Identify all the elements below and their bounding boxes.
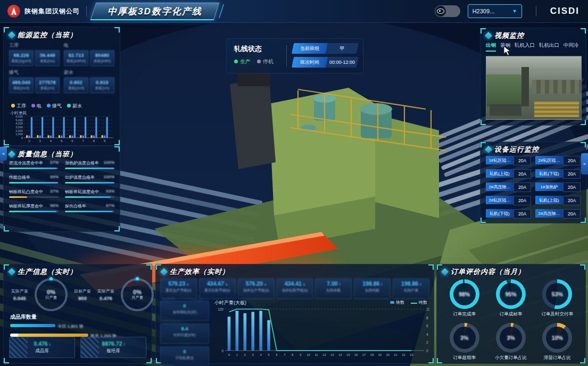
quality-value: 93% — [106, 189, 114, 195]
device-row[interactable]: 2#高压除…20A — [486, 182, 531, 192]
warehouse-boxes: 0.476 t成品库8876.72 t板坯库 — [9, 337, 146, 358]
warehouse-box[interactable]: 8876.72 t板坯库 — [80, 337, 146, 358]
efficiency-card: 576.20 s当班生产节奏(s) — [238, 278, 275, 299]
quality-item: 探伤合格率97% — [65, 203, 114, 212]
order-donut: 53% — [542, 279, 572, 309]
efficiency-card: 434.41 s当班轧制节奏(s) — [277, 278, 313, 299]
device-row[interactable]: 2#轧区辊…20A — [535, 156, 581, 165]
order-donut: 10% — [542, 323, 572, 353]
quality-label: 钢板终轧凸度命中 — [9, 189, 43, 195]
efficiency-card-label: 轧制吨数 — [354, 288, 390, 293]
energy-group: 新水0.602单耗(m³/t)0.915累耗(m³) — [64, 69, 114, 93]
quality-item: 钢板终轧温度命中93% — [65, 189, 114, 198]
top-header: 陕钢集团汉钢公司 中厚板3D数字化产线 H2309... ▼ CISDI — [0, 0, 588, 23]
energy-stat-value: 80480 — [92, 52, 113, 58]
status-info-value: 00:00-12:00 — [326, 57, 359, 68]
line-status-info: 当前班组甲班次时间00:00-12:00 — [293, 43, 358, 68]
video-tab-5[interactable]: 中间冷 — [564, 42, 579, 52]
status-legend-item: 停机 — [257, 58, 274, 65]
toggle-knob[interactable] — [435, 6, 446, 16]
svg-text:6: 6 — [276, 353, 278, 356]
energy-stat-value: 39.449 — [37, 52, 58, 58]
svg-text:22: 22 — [402, 353, 405, 356]
line-status-title: 轧线状态 — [234, 44, 262, 54]
svg-text:6: 6 — [426, 324, 428, 328]
video-tab-2[interactable]: 装钢 — [500, 42, 510, 52]
actual-label: 实际产量 — [94, 288, 118, 294]
orders-panel: 订单评价内容（当月） 98%订单完成率95%订单成材率53%订单及时交付率3%订… — [436, 264, 586, 364]
energy-chart-legend: 工序电煤气新水 — [11, 103, 82, 110]
svg-text:5: 5 — [61, 139, 63, 143]
video-tab-4[interactable]: 轧机出口 — [539, 42, 559, 52]
cctv-video-frame[interactable] — [486, 56, 582, 120]
device-row[interactable]: 轧机(下辊)20A — [486, 209, 531, 219]
energy-stat-label: 单耗(kWh/t) — [65, 59, 87, 64]
device-row[interactable]: 2#高压除…20A — [535, 209, 581, 219]
device-row[interactable]: 2#轧区辊…20A — [486, 196, 531, 205]
dropdown-value: H2309... — [473, 8, 495, 14]
production-panel-title: 生产信息（实时） — [9, 267, 77, 277]
status-info-value: 甲 — [326, 43, 359, 54]
gauge-percent: 0% — [133, 289, 142, 295]
svg-text:5,000: 5,000 — [15, 119, 23, 122]
quality-item: 出炉温度合格率100% — [65, 174, 114, 184]
quality-value: 96% — [50, 203, 59, 209]
efficiency-card-value: 434.41 s — [277, 280, 313, 287]
device-row[interactable]: 1#轧区辊…20A — [486, 156, 531, 165]
energy-group-name: 新水 — [64, 69, 114, 76]
left-collapse-handle[interactable]: « — [0, 147, 7, 161]
device-row[interactable]: 1#加热炉20A — [535, 182, 581, 192]
svg-text:6,000: 6,000 — [15, 115, 23, 118]
svg-text:9: 9 — [104, 139, 106, 143]
svg-text:1: 1 — [236, 353, 238, 356]
order-donut: 98% — [450, 279, 479, 309]
svg-text:2,000: 2,000 — [15, 129, 23, 132]
legend-item: 新水 — [67, 103, 82, 110]
quality-progress-fill — [9, 211, 56, 212]
energy-group: 工序68.226单耗(kgce/t)39.449累耗(tce) — [9, 42, 60, 66]
device-current-value: 20A — [563, 209, 581, 219]
svg-text:10: 10 — [307, 353, 310, 356]
svg-text:0: 0 — [221, 349, 223, 353]
gauge-ring: 0%月产量 — [121, 278, 154, 311]
header-divider — [86, 6, 87, 16]
order-percent: 3% — [460, 335, 468, 341]
quality-progress-track — [9, 196, 59, 198]
energy-panel: 能源监控（当班） 工序68.226单耗(kgce/t)39.449累耗(tce)… — [3, 27, 120, 146]
status-dot-icon — [234, 60, 238, 63]
energy-stat-value: 52.713 — [65, 52, 87, 58]
inventory-title: 成品库数量 — [10, 313, 37, 321]
line-select-dropdown[interactable]: H2309... ▼ — [468, 4, 522, 18]
quality-progress-fill — [9, 196, 27, 198]
quality-panel-title: 质量信息（当班） — [9, 149, 77, 159]
efficiency-card-label: 当班轧制节奏(s) — [277, 288, 313, 293]
device-label: 2#轧区辊… — [486, 196, 514, 204]
video-tab-1[interactable]: 出钢 — [486, 42, 496, 52]
right-collapse-handle[interactable]: » — [581, 153, 588, 174]
production-panel: 生产信息（实时） 实际产量0.0450%日产量目标产量900实际产量0.4760… — [3, 264, 152, 364]
inventory-bar-label: 今日 1,801 块 — [57, 323, 83, 329]
legend-dot-icon — [47, 104, 51, 107]
svg-text:14: 14 — [338, 353, 342, 356]
energy-panel-title: 能源监控（当班） — [9, 30, 77, 40]
device-row[interactable]: 轧机(上辊)20A — [535, 196, 581, 205]
quality-label: 性能合格率 — [9, 174, 30, 180]
order-metric: 3%小欠量订单占比 — [490, 323, 532, 361]
warehouse-box[interactable]: 0.476 t成品库 — [9, 337, 75, 358]
device-row[interactable]: 轧机(上辊)20A — [486, 169, 531, 179]
svg-text:17: 17 — [362, 353, 366, 356]
energy-stat-value: 486.040 — [11, 79, 32, 85]
energy-stat-value: 68.226 — [11, 52, 32, 58]
device-row[interactable]: 轧机(下辊)20A — [535, 169, 581, 179]
device-current-value: 20A — [563, 196, 581, 205]
status-info-row: 班次时间00:00-12:00 — [292, 57, 359, 68]
visibility-toggle[interactable] — [435, 5, 460, 17]
video-tab-3[interactable]: 轧机入口 — [515, 42, 535, 52]
video-panel-title: 视频监控 — [486, 31, 524, 40]
efficiency-side-cards: 0当班待轧坯(块)8.4坯料均重(t/块)0计划轧量(t) — [160, 301, 209, 366]
quality-panel: 质量信息（当班） 层流冷温度命中率97%加热炉温度合格率100%性能合格率99%… — [3, 146, 120, 232]
energy-stat: 486.040单耗(m³/t) — [9, 77, 34, 93]
quality-progress-fill — [65, 168, 114, 169]
order-metric: 10%滞留订单占比 — [536, 323, 578, 361]
order-percent: 53% — [552, 291, 563, 297]
